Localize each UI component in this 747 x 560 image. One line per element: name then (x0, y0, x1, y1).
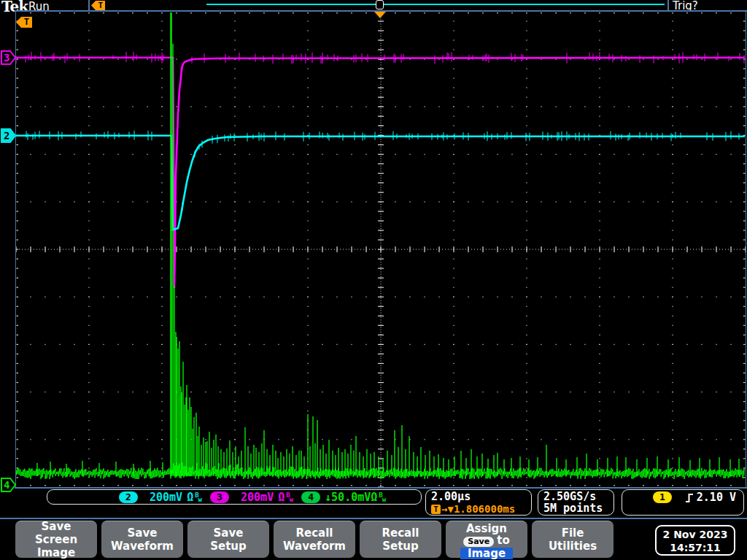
waveform-svg (16, 12, 746, 487)
record-expansion-marker[interactable] (376, 0, 384, 9)
channel4-marker[interactable]: 4 (1, 478, 17, 492)
svg-text:3: 3 (4, 52, 9, 63)
trigger-t-icon: T (431, 505, 441, 514)
recall-waveform-button[interactable]: RecallWaveform (274, 521, 355, 558)
trigger-readout[interactable]: 1 2.10 V (622, 489, 744, 516)
channel2-marker[interactable]: 2 (1, 128, 17, 143)
rising-edge-icon (685, 492, 694, 503)
sample-rate: 2.50GS/s (543, 491, 614, 502)
trigger-delay-value: 1.806000ms (454, 503, 515, 515)
svg-text:2: 2 (4, 130, 9, 141)
ch4-scale: ↓50.0mV (325, 491, 371, 504)
save-setup-button[interactable]: SaveSetup (187, 521, 269, 558)
assign-target-value: Image (460, 548, 513, 559)
ch4-coupling: Ω (371, 491, 377, 504)
delay-marker: ▼ (447, 503, 453, 515)
ch2-badge: 2 (119, 491, 138, 503)
waveform-display (15, 12, 746, 487)
ch3-bandwidth-icon: Bw (286, 491, 293, 503)
horizontal-readout[interactable]: 2.00µs T → ▼ 1.806000ms (425, 489, 532, 516)
ch3-badge: 3 (210, 491, 229, 503)
horizontal-scale: 2.00µs (431, 491, 531, 502)
menu-separator (0, 518, 747, 519)
trigger-position-arrow-icon[interactable] (374, 12, 386, 18)
trigger-source-badge: 1 (653, 491, 672, 503)
acquisition-readout[interactable]: 2.50GS/s 5M points (538, 489, 614, 516)
save-screen-image-button[interactable]: SaveScreen Image (15, 521, 97, 558)
record-length: 5M points (543, 502, 614, 514)
trigger-level-value: 2.10 V (697, 491, 736, 503)
svg-text:4: 4 (4, 479, 9, 491)
ch4-bandwidth-icon: Bw (379, 491, 385, 503)
time-label: 14:57:11 (657, 541, 734, 554)
ch2-coupling: Ω (187, 491, 193, 504)
date-label: 2 Nov 2023 (657, 528, 734, 541)
record-view-bar[interactable]: T (88, 0, 669, 11)
file-utilities-button[interactable]: FileUtilities (532, 521, 614, 558)
channel3-marker[interactable]: 3 (1, 50, 17, 65)
assign-save-button[interactable]: Assign Saveto Image (446, 521, 527, 558)
channel-scale-readout[interactable]: 2 200mV Ω Bw 3 200mV Ω Bw 4 ↓50.0mV Ω Bw (47, 489, 422, 505)
record-trigger-flag-icon[interactable]: T (91, 1, 105, 10)
save-waveform-button[interactable]: SaveWaveform (101, 521, 183, 558)
ch3-coupling: Ω (278, 491, 285, 504)
ch3-scale: 200mV (241, 491, 274, 504)
recall-setup-button[interactable]: RecallSetup (360, 521, 441, 558)
delay-arrow: → (441, 503, 447, 515)
ch4-badge: 4 (301, 491, 320, 503)
ch2-scale: 200mV (150, 491, 182, 504)
ch2-bandwidth-icon: Bw (195, 491, 201, 503)
datetime-display: 2 Nov 2023 14:57:11 (655, 525, 735, 556)
graticule-bottom-frame (15, 487, 747, 489)
record-ch2-preview (206, 4, 665, 5)
save-pill-icon: Save (463, 537, 494, 547)
